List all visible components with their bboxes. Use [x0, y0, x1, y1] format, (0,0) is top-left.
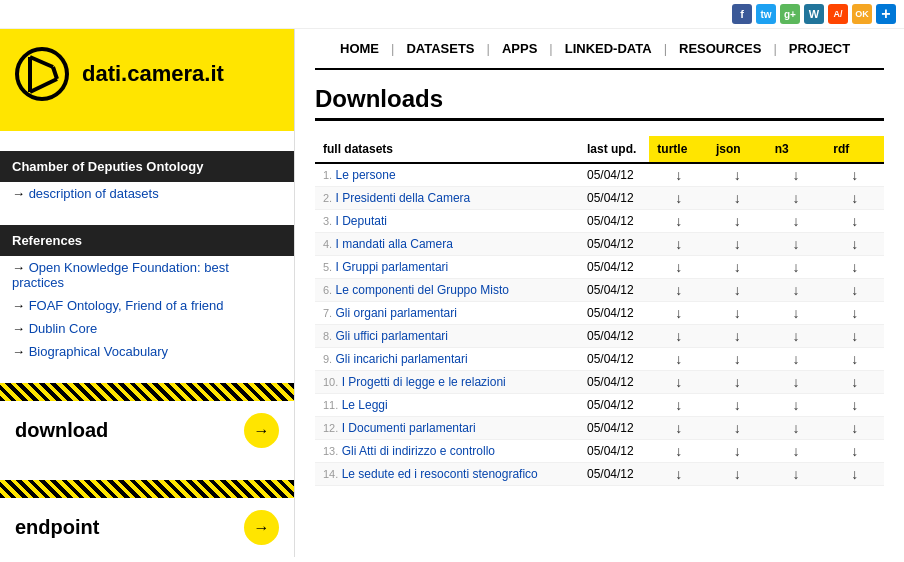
nav-linked-data[interactable]: LINKED-DATA: [555, 37, 662, 60]
n3-arrow[interactable]: ↓: [792, 259, 799, 275]
rdf-dl[interactable]: ↓: [825, 371, 884, 394]
googleplus-icon[interactable]: g+: [780, 4, 800, 24]
rdf-arrow[interactable]: ↓: [851, 328, 858, 344]
nav-datasets[interactable]: DATASETS: [396, 37, 484, 60]
n3-dl[interactable]: ↓: [767, 256, 826, 279]
rdf-dl[interactable]: ↓: [825, 394, 884, 417]
rdf-arrow[interactable]: ↓: [851, 259, 858, 275]
turtle-arrow[interactable]: ↓: [675, 213, 682, 229]
turtle-dl[interactable]: ↓: [649, 233, 708, 256]
description-link[interactable]: description of datasets: [0, 182, 294, 205]
dataset-link[interactable]: I Deputati: [336, 214, 387, 228]
rdf-dl[interactable]: ↓: [825, 256, 884, 279]
rdf-arrow[interactable]: ↓: [851, 213, 858, 229]
n3-dl[interactable]: ↓: [767, 210, 826, 233]
turtle-dl[interactable]: ↓: [649, 279, 708, 302]
turtle-arrow[interactable]: ↓: [675, 397, 682, 413]
n3-arrow[interactable]: ↓: [792, 328, 799, 344]
json-dl[interactable]: ↓: [708, 302, 767, 325]
ref-dublin-core-link[interactable]: Dublin Core: [0, 317, 294, 340]
rdf-arrow[interactable]: ↓: [851, 190, 858, 206]
rdf-arrow[interactable]: ↓: [851, 374, 858, 390]
turtle-dl[interactable]: ↓: [649, 163, 708, 187]
n3-dl[interactable]: ↓: [767, 233, 826, 256]
n3-arrow[interactable]: ↓: [792, 443, 799, 459]
dataset-link[interactable]: Gli Atti di indirizzo e controllo: [342, 444, 495, 458]
add-icon[interactable]: +: [876, 4, 896, 24]
n3-dl[interactable]: ↓: [767, 325, 826, 348]
rdf-dl[interactable]: ↓: [825, 187, 884, 210]
n3-dl[interactable]: ↓: [767, 394, 826, 417]
n3-dl[interactable]: ↓: [767, 417, 826, 440]
json-dl[interactable]: ↓: [708, 233, 767, 256]
json-arrow[interactable]: ↓: [734, 397, 741, 413]
turtle-dl[interactable]: ↓: [649, 371, 708, 394]
json-dl[interactable]: ↓: [708, 163, 767, 187]
n3-dl[interactable]: ↓: [767, 279, 826, 302]
json-arrow[interactable]: ↓: [734, 167, 741, 183]
json-dl[interactable]: ↓: [708, 210, 767, 233]
turtle-dl[interactable]: ↓: [649, 348, 708, 371]
n3-arrow[interactable]: ↓: [792, 282, 799, 298]
dataset-link[interactable]: Le Leggi: [342, 398, 388, 412]
turtle-arrow[interactable]: ↓: [675, 466, 682, 482]
dataset-link[interactable]: I mandati alla Camera: [336, 237, 453, 251]
facebook-icon[interactable]: f: [732, 4, 752, 24]
dataset-link[interactable]: I Documenti parlamentari: [342, 421, 476, 435]
twitter-icon[interactable]: tw: [756, 4, 776, 24]
endpoint-button[interactable]: →: [244, 510, 279, 545]
dataset-link[interactable]: I Progetti di legge e le relazioni: [342, 375, 506, 389]
turtle-arrow[interactable]: ↓: [675, 190, 682, 206]
json-arrow[interactable]: ↓: [734, 190, 741, 206]
json-arrow[interactable]: ↓: [734, 351, 741, 367]
json-dl[interactable]: ↓: [708, 440, 767, 463]
n3-arrow[interactable]: ↓: [792, 351, 799, 367]
dataset-link[interactable]: I Presidenti della Camera: [336, 191, 471, 205]
rdf-arrow[interactable]: ↓: [851, 420, 858, 436]
turtle-arrow[interactable]: ↓: [675, 236, 682, 252]
turtle-dl[interactable]: ↓: [649, 187, 708, 210]
turtle-arrow[interactable]: ↓: [675, 351, 682, 367]
turtle-arrow[interactable]: ↓: [675, 259, 682, 275]
turtle-arrow[interactable]: ↓: [675, 305, 682, 321]
n3-arrow[interactable]: ↓: [792, 420, 799, 436]
turtle-dl[interactable]: ↓: [649, 394, 708, 417]
n3-dl[interactable]: ↓: [767, 371, 826, 394]
json-dl[interactable]: ↓: [708, 256, 767, 279]
n3-dl[interactable]: ↓: [767, 463, 826, 486]
turtle-arrow[interactable]: ↓: [675, 167, 682, 183]
dataset-link[interactable]: Gli incarichi parlamentari: [336, 352, 468, 366]
n3-dl[interactable]: ↓: [767, 302, 826, 325]
n3-dl[interactable]: ↓: [767, 163, 826, 187]
rdf-dl[interactable]: ↓: [825, 348, 884, 371]
json-arrow[interactable]: ↓: [734, 236, 741, 252]
n3-arrow[interactable]: ↓: [792, 236, 799, 252]
json-dl[interactable]: ↓: [708, 348, 767, 371]
json-dl[interactable]: ↓: [708, 325, 767, 348]
rdf-arrow[interactable]: ↓: [851, 397, 858, 413]
n3-arrow[interactable]: ↓: [792, 190, 799, 206]
dataset-link[interactable]: Le sedute ed i resoconti stenografico: [342, 467, 538, 481]
dataset-link[interactable]: Le persone: [336, 168, 396, 182]
nav-resources[interactable]: RESOURCES: [669, 37, 771, 60]
json-dl[interactable]: ↓: [708, 394, 767, 417]
rdf-dl[interactable]: ↓: [825, 463, 884, 486]
rdf-arrow[interactable]: ↓: [851, 305, 858, 321]
n3-dl[interactable]: ↓: [767, 187, 826, 210]
json-arrow[interactable]: ↓: [734, 443, 741, 459]
json-arrow[interactable]: ↓: [734, 466, 741, 482]
turtle-dl[interactable]: ↓: [649, 417, 708, 440]
rdf-dl[interactable]: ↓: [825, 417, 884, 440]
json-arrow[interactable]: ↓: [734, 282, 741, 298]
rdf-dl[interactable]: ↓: [825, 325, 884, 348]
turtle-dl[interactable]: ↓: [649, 440, 708, 463]
dataset-link[interactable]: I Gruppi parlamentari: [336, 260, 449, 274]
json-dl[interactable]: ↓: [708, 371, 767, 394]
json-arrow[interactable]: ↓: [734, 420, 741, 436]
ref-okf-link[interactable]: Open Knowledge Foundation: best practice…: [0, 256, 294, 294]
rdf-dl[interactable]: ↓: [825, 210, 884, 233]
rdf-arrow[interactable]: ↓: [851, 167, 858, 183]
reddit-icon[interactable]: A/: [828, 4, 848, 24]
okno-icon[interactable]: OK: [852, 4, 872, 24]
wordpress-icon[interactable]: W: [804, 4, 824, 24]
